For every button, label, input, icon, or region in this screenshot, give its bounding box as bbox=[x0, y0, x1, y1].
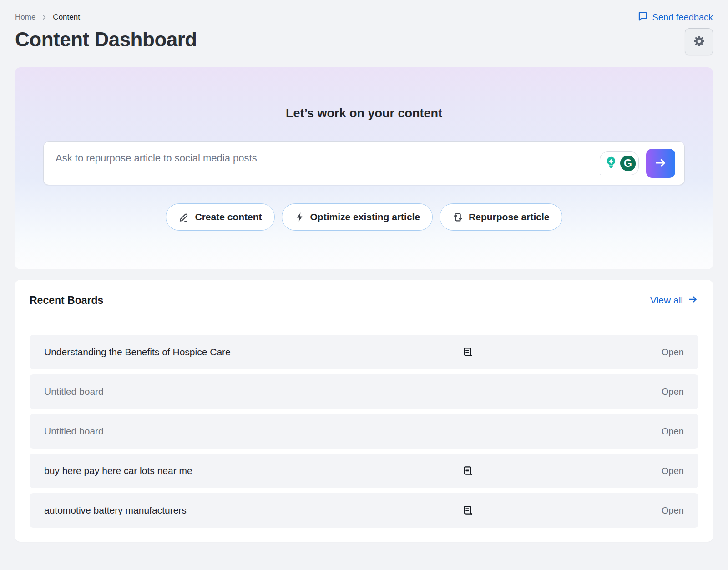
board-open-button[interactable]: Open bbox=[662, 505, 684, 516]
board-row[interactable]: Untitled board Open bbox=[30, 414, 698, 449]
recent-boards-card: Recent Boards View all Understanding the… bbox=[15, 280, 713, 542]
breadcrumb-home-link[interactable]: Home bbox=[15, 13, 35, 22]
title-row: Content Dashboard bbox=[15, 28, 713, 55]
send-feedback-button[interactable]: Send feedback bbox=[637, 10, 713, 24]
ai-prompt-input[interactable] bbox=[44, 142, 684, 185]
quick-actions-row: Create content Optimize existing article bbox=[43, 203, 685, 231]
settings-button[interactable] bbox=[685, 28, 713, 55]
repurpose-article-label: Repurpose article bbox=[469, 212, 549, 222]
optimize-article-label: Optimize existing article bbox=[310, 212, 420, 222]
feedback-bubble-icon bbox=[637, 10, 648, 24]
hero-banner: Let’s work on your content G bbox=[15, 67, 713, 269]
board-row[interactable]: automotive battery manufacturers Open bbox=[30, 493, 698, 528]
gear-icon bbox=[692, 34, 706, 50]
page-title: Content Dashboard bbox=[15, 28, 197, 51]
board-open-button[interactable]: Open bbox=[662, 347, 684, 358]
top-bar: Home Content Send feedback bbox=[15, 0, 713, 24]
boards-list: Understanding the Benefits of Hospice Ca… bbox=[15, 321, 713, 528]
grammarly-extension-badge[interactable]: G bbox=[600, 151, 639, 175]
view-all-link[interactable]: View all bbox=[650, 294, 698, 307]
arrow-right-icon bbox=[688, 294, 698, 307]
content-dashboard-page: Home Content Send feedback Content Dashb… bbox=[0, 0, 728, 570]
lightbulb-suggestion-icon bbox=[604, 155, 618, 172]
recent-boards-header: Recent Boards View all bbox=[15, 280, 713, 321]
document-icon bbox=[462, 504, 474, 516]
repurpose-icon bbox=[452, 212, 464, 223]
board-title: Understanding the Benefits of Hospice Ca… bbox=[44, 347, 231, 358]
create-content-button[interactable]: Create content bbox=[166, 203, 274, 231]
arrow-right-icon bbox=[654, 156, 667, 171]
lightning-icon bbox=[294, 212, 305, 222]
pencil-icon bbox=[178, 212, 190, 223]
recent-boards-title: Recent Boards bbox=[30, 294, 103, 307]
board-title: Untitled board bbox=[44, 386, 104, 397]
document-icon bbox=[462, 346, 474, 358]
board-open-button[interactable]: Open bbox=[662, 466, 684, 476]
optimize-article-button[interactable]: Optimize existing article bbox=[282, 203, 433, 231]
ai-prompt-box: G bbox=[43, 141, 685, 185]
breadcrumb-current: Content bbox=[53, 13, 80, 22]
hero-heading: Let’s work on your content bbox=[43, 67, 685, 121]
grammarly-logo-icon: G bbox=[620, 156, 636, 171]
repurpose-article-button[interactable]: Repurpose article bbox=[440, 203, 562, 231]
create-content-label: Create content bbox=[195, 212, 262, 222]
send-feedback-label: Send feedback bbox=[652, 12, 713, 23]
board-row[interactable]: Untitled board Open bbox=[30, 374, 698, 409]
board-title: Untitled board bbox=[44, 426, 104, 437]
chevron-right-icon bbox=[41, 14, 47, 20]
board-open-button[interactable]: Open bbox=[662, 387, 684, 397]
breadcrumb: Home Content bbox=[15, 13, 80, 22]
board-open-button[interactable]: Open bbox=[662, 426, 684, 437]
board-title: automotive battery manufacturers bbox=[44, 505, 187, 516]
submit-prompt-button[interactable] bbox=[646, 149, 675, 178]
board-row[interactable]: Understanding the Benefits of Hospice Ca… bbox=[30, 335, 698, 369]
document-icon bbox=[462, 465, 474, 477]
board-row[interactable]: buy here pay here car lots near me Open bbox=[30, 454, 698, 488]
board-title: buy here pay here car lots near me bbox=[44, 465, 192, 476]
view-all-label: View all bbox=[650, 295, 683, 306]
